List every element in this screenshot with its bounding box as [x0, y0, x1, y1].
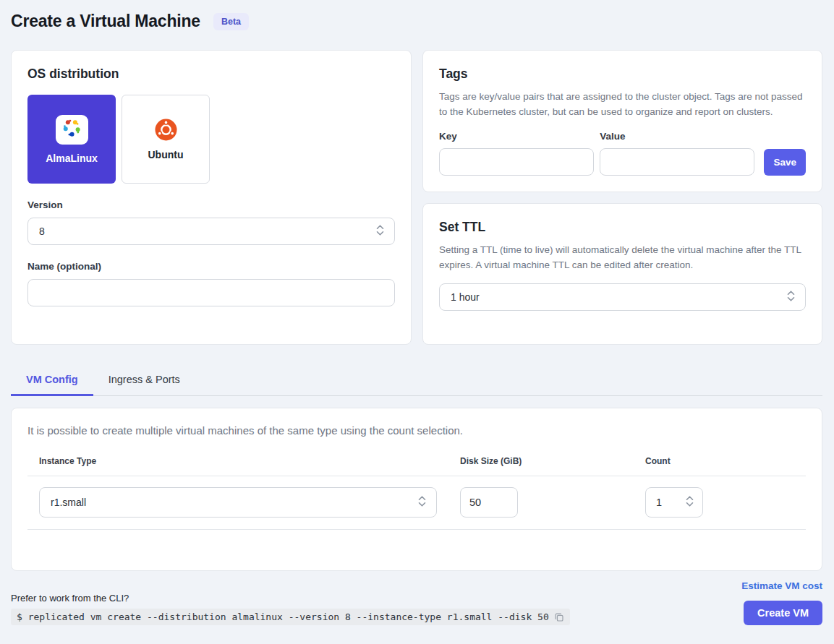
tag-value-input[interactable] — [600, 148, 754, 176]
os-option-label: AlmaLinux — [46, 153, 98, 164]
chevron-up-down-icon — [375, 224, 385, 239]
almalinux-logo-plate — [56, 115, 88, 145]
tag-key-column: Key — [439, 131, 594, 176]
vm-table: Instance Type Disk Size (GiB) Count r1.s… — [27, 456, 806, 530]
footer-actions: Estimate VM cost Create VM — [741, 580, 822, 625]
page-title: Create a Virtual Machine — [11, 12, 200, 31]
almalinux-logo-icon — [61, 117, 82, 142]
os-options: AlmaLinux Ubuntu — [27, 95, 395, 184]
os-distribution-card: OS distribution — [11, 50, 412, 345]
tags-card-title: Tags — [439, 66, 806, 82]
create-vm-page: Create a Virtual Machine Beta OS distrib… — [0, 0, 834, 644]
column-instance-type: Instance Type — [39, 456, 460, 466]
vm-name-input[interactable] — [27, 279, 395, 306]
count-value: 1 — [656, 497, 662, 508]
version-label: Version — [27, 199, 395, 210]
vm-table-header: Instance Type Disk Size (GiB) Count — [27, 456, 806, 476]
os-card-title: OS distribution — [27, 66, 395, 82]
os-option-ubuntu[interactable]: Ubuntu — [122, 95, 210, 184]
tab-vm-config[interactable]: VM Config — [11, 364, 93, 396]
chevron-up-down-icon — [685, 495, 694, 510]
page-footer: Prefer to work from the CLI? $ replicate… — [11, 580, 822, 625]
ttl-select[interactable]: 1 hour — [439, 283, 806, 311]
tab-ingress-ports[interactable]: Ingress & Ports — [93, 364, 195, 396]
page-header: Create a Virtual Machine Beta — [11, 12, 822, 31]
config-tabs: VM Config Ingress & Ports — [11, 364, 822, 396]
ttl-card-description: Setting a TTL (time to live) will automa… — [439, 243, 806, 272]
ubuntu-logo-icon — [155, 119, 177, 141]
top-cards-row: OS distribution — [11, 50, 822, 345]
cli-prompt: Prefer to work from the CLI? — [11, 593, 570, 604]
cli-command: $ replicated vm create --distribution al… — [17, 611, 549, 622]
copy-icon[interactable] — [554, 612, 564, 622]
tag-key-label: Key — [439, 131, 594, 142]
os-option-label: Ubuntu — [148, 149, 184, 160]
vm-config-description: It is possible to create multiple virtua… — [27, 424, 806, 437]
tag-form: Key Value Save — [439, 131, 806, 176]
version-select-value: 8 — [39, 226, 45, 237]
instance-type-select[interactable]: r1.small — [39, 487, 437, 518]
chevron-up-down-icon — [417, 495, 427, 510]
save-tag-button[interactable]: Save — [764, 149, 806, 176]
count-stepper[interactable]: 1 — [645, 487, 703, 518]
set-ttl-card: Set TTL Setting a TTL (time to live) wil… — [422, 203, 822, 345]
column-count: Count — [645, 456, 794, 466]
column-disk-size: Disk Size (GiB) — [460, 456, 645, 466]
ttl-card-title: Set TTL — [439, 220, 806, 235]
tag-value-label: Value — [600, 131, 754, 142]
ttl-select-value: 1 hour — [451, 291, 480, 303]
tags-card-description: Tags are key/value pairs that are assign… — [439, 90, 806, 119]
estimate-vm-cost-link[interactable]: Estimate VM cost — [741, 580, 822, 591]
os-option-almalinux[interactable]: AlmaLinux — [27, 95, 116, 184]
cli-section: Prefer to work from the CLI? $ replicate… — [11, 593, 570, 625]
vm-config-card: It is possible to create multiple virtua… — [11, 408, 822, 571]
instance-type-value: r1.small — [51, 497, 86, 508]
cli-command-box: $ replicated vm create --distribution al… — [11, 609, 570, 625]
beta-badge: Beta — [213, 13, 249, 30]
vm-table-row: r1.small 1 — [27, 476, 806, 530]
version-select[interactable]: 8 — [27, 218, 395, 245]
tag-value-column: Value — [600, 131, 754, 176]
tag-key-input[interactable] — [439, 148, 594, 176]
tags-card: Tags Tags are key/value pairs that are a… — [422, 50, 822, 192]
create-vm-button[interactable]: Create VM — [744, 601, 822, 625]
chevron-up-down-icon — [786, 290, 796, 304]
right-column: Tags Tags are key/value pairs that are a… — [422, 50, 822, 345]
vm-name-label: Name (optional) — [27, 261, 395, 272]
disk-size-input[interactable] — [460, 487, 518, 518]
